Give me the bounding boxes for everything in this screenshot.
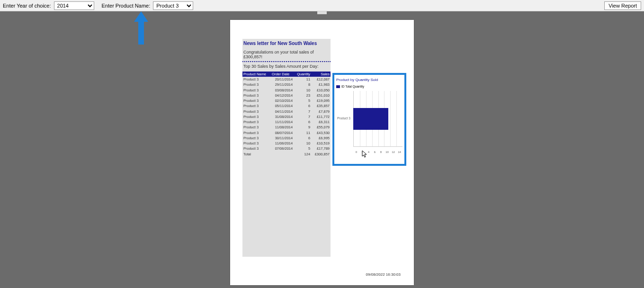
- table-row: Product 304/12/201423£51,010: [242, 93, 331, 98]
- chart-bar: [353, 108, 388, 130]
- year-select[interactable]: 2014: [54, 1, 94, 10]
- product-label: Enter Product Name:: [102, 3, 151, 9]
- table-row: Product 331/08/20147£11,772: [242, 114, 331, 119]
- chart-x-labels: 02468101214: [353, 151, 402, 153]
- table-row: Product 311/11/20146£6,311: [242, 119, 331, 125]
- col-qty: Quantity: [294, 72, 311, 77]
- report-timestamp: 09/08/2022 16:30:03: [366, 272, 401, 277]
- congrats-text: Congratulations on your total sales of £…: [242, 48, 331, 60]
- col-date: Order Date: [271, 72, 294, 77]
- total-sales: £300,857: [311, 152, 331, 157]
- col-product: Product Name: [242, 72, 271, 77]
- view-report-button[interactable]: View Report: [604, 1, 641, 10]
- chart-y-label: Product 3: [337, 117, 350, 120]
- splitter-bar[interactable]: [0, 11, 644, 16]
- chart-highlight-box: Product by Quantity Sold ID Total Quanti…: [332, 73, 406, 166]
- report-viewer: News letter for New South Wales Congratu…: [0, 16, 644, 288]
- table-row: Product 330/11/20146£6,995: [242, 135, 331, 141]
- table-row: Product 329/11/20148£1,983: [242, 82, 331, 87]
- table-row: Product 320/11/201411£12,087: [242, 77, 331, 82]
- report-page: News letter for New South Wales Congratu…: [230, 20, 414, 285]
- table-row: Product 311/06/201410£10,519: [242, 141, 331, 146]
- table-row: Product 302/10/20145£19,095: [242, 98, 331, 103]
- legend-swatch-icon: [336, 85, 340, 88]
- svg-marker-0: [134, 11, 148, 45]
- col-sales: Sales: [311, 72, 331, 77]
- sales-table: Product Name Order Date Quantity Sales P…: [242, 72, 331, 157]
- chart-title: Product by Quantity Sold: [336, 78, 402, 82]
- table-row: Product 304/11/20147£7,879: [242, 109, 331, 114]
- chart-plot: Product 3 02468101214: [339, 91, 402, 153]
- chart-container: Product by Quantity Sold ID Total Quanti…: [334, 75, 404, 155]
- total-qty: 124: [294, 152, 311, 157]
- table-row: Product 307/06/20145£17,789: [242, 146, 331, 151]
- product-select[interactable]: Product 3: [153, 1, 193, 10]
- parameter-bar: Enter Year of choice: 2014 Enter Product…: [0, 0, 644, 11]
- total-label: Total: [242, 152, 271, 157]
- top-sales-title: Top 30 Sales by Sales Amount per Day:: [242, 63, 331, 72]
- year-label: Enter Year of choice:: [3, 3, 51, 9]
- newsletter-title: News letter for New South Wales: [242, 39, 331, 48]
- grip-icon: [317, 11, 327, 14]
- table-row: Product 303/08/201410£10,050: [242, 88, 331, 93]
- annotation-arrow-icon: [132, 11, 151, 46]
- report-left-panel: News letter for New South Wales Congratu…: [242, 39, 331, 257]
- table-row: Product 311/08/20149£55,079: [242, 125, 331, 130]
- table-row: Product 305/11/20146£35,857: [242, 103, 331, 108]
- divider: [242, 61, 331, 62]
- chart-legend: ID Total Quantity: [336, 85, 402, 88]
- table-row: Product 308/07/201411£43,530: [242, 130, 331, 135]
- legend-label: ID Total Quantity: [341, 85, 364, 88]
